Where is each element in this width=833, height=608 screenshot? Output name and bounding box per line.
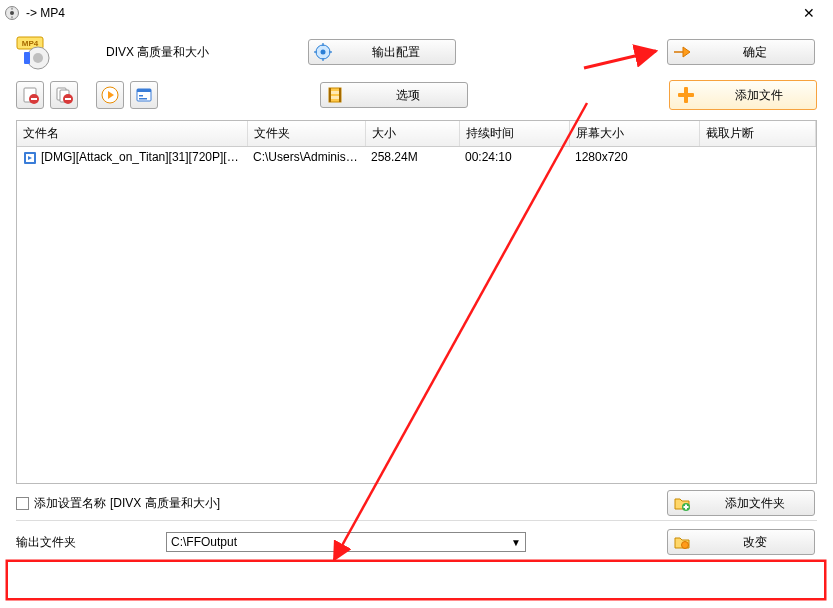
format-icon: MP4 <box>16 34 56 70</box>
video-file-icon <box>23 151 37 165</box>
remove-button[interactable] <box>16 81 44 109</box>
svg-rect-15 <box>31 98 37 100</box>
second-row: 选项 添加文件 <box>0 74 833 118</box>
add-preset-label: 添加设置名称 <box>34 495 106 512</box>
add-file-label: 添加文件 <box>702 87 816 104</box>
title-bar: -> MP4 ✕ <box>0 0 833 26</box>
divider <box>16 520 817 521</box>
add-folder-label: 添加文件夹 <box>696 495 814 512</box>
col-cutclip[interactable]: 截取片断 <box>699 121 816 147</box>
change-label: 改变 <box>696 534 814 551</box>
svg-rect-24 <box>139 98 147 100</box>
play-button[interactable] <box>96 81 124 109</box>
svg-rect-27 <box>339 88 341 102</box>
add-preset-checkbox[interactable] <box>16 497 29 510</box>
svg-rect-6 <box>24 52 30 64</box>
arrow-right-icon <box>668 40 696 64</box>
add-folder-button[interactable]: 添加文件夹 <box>667 490 815 516</box>
options-label: 选项 <box>349 87 467 104</box>
svg-rect-23 <box>139 95 143 97</box>
svg-rect-22 <box>137 89 151 92</box>
cell-size: 258.24M <box>365 147 459 168</box>
options-button[interactable]: 选项 <box>320 82 468 108</box>
footer-row-1: 添加设置名称 [DIVX 高质量和大小] 添加文件夹 <box>0 484 833 518</box>
output-folder-dropdown[interactable]: C:\FFOutput ▼ <box>166 532 526 552</box>
svg-point-5 <box>33 53 43 63</box>
col-folder[interactable]: 文件夹 <box>247 121 365 147</box>
svg-rect-28 <box>331 91 339 94</box>
svg-rect-26 <box>329 88 331 102</box>
output-config-label: 输出配置 <box>337 44 455 61</box>
col-screensize[interactable]: 屏幕大小 <box>569 121 699 147</box>
svg-rect-29 <box>331 96 339 99</box>
svg-point-8 <box>320 50 325 55</box>
window-title: -> MP4 <box>26 6 65 20</box>
output-config-button[interactable]: 输出配置 <box>308 39 456 65</box>
footer-row-2: 输出文件夹 C:\FFOutput ▼ 改变 <box>0 523 833 563</box>
change-button[interactable]: 改变 <box>667 529 815 555</box>
svg-rect-19 <box>65 98 71 100</box>
svg-point-37 <box>681 542 688 549</box>
add-file-button[interactable]: 添加文件 <box>669 80 817 110</box>
app-icon <box>4 5 20 21</box>
cell-folder: C:\Users\Administr... <box>247 147 365 168</box>
top-row: MP4 DIVX 高质量和大小 输出配置 <box>0 26 833 74</box>
svg-point-1 <box>10 11 14 15</box>
close-button[interactable]: ✕ <box>789 0 829 26</box>
output-folder-label: 输出文件夹 <box>16 534 166 551</box>
svg-rect-31 <box>678 93 694 97</box>
gear-icon <box>309 40 337 64</box>
col-size[interactable]: 大小 <box>365 121 459 147</box>
clear-button[interactable] <box>50 81 78 109</box>
folder-plus-icon <box>668 491 696 515</box>
col-duration[interactable]: 持续时间 <box>459 121 569 147</box>
plus-icon <box>670 81 702 109</box>
cell-duration: 00:24:10 <box>459 147 569 168</box>
preset-bracket-text: [DIVX 高质量和大小] <box>110 495 220 512</box>
svg-rect-36 <box>683 506 688 508</box>
cell-filename: [DMG][Attack_on_Titan][31][720P][GB].mp4 <box>41 150 247 164</box>
table-header-row: 文件名 文件夹 大小 持续时间 屏幕大小 截取片断 <box>17 121 816 147</box>
cell-screensize: 1280x720 <box>569 147 699 168</box>
ok-button[interactable]: 确定 <box>667 39 815 65</box>
preset-name: DIVX 高质量和大小 <box>106 44 266 61</box>
folder-open-icon <box>668 530 696 554</box>
ok-label: 确定 <box>696 44 814 61</box>
info-button[interactable] <box>130 81 158 109</box>
file-table: 文件名 文件夹 大小 持续时间 屏幕大小 截取片断 [DMG][Att <box>16 120 817 484</box>
chevron-down-icon: ▼ <box>511 537 521 548</box>
output-folder-value: C:\FFOutput <box>171 535 237 549</box>
filmstrip-icon <box>321 83 349 107</box>
table-row[interactable]: [DMG][Attack_on_Titan][31][720P][GB].mp4… <box>17 147 816 168</box>
col-filename[interactable]: 文件名 <box>17 121 247 147</box>
cell-cutclip <box>699 147 816 168</box>
highlight-output-folder <box>6 560 826 600</box>
